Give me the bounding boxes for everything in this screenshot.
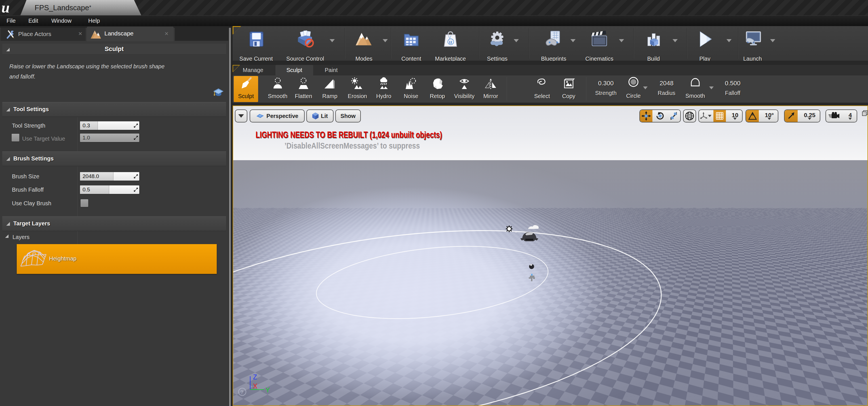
svg-text:u: u <box>449 39 452 45</box>
svg-text:Z: Z <box>253 373 257 381</box>
svg-text:X: X <box>253 382 257 390</box>
svg-text:?: ? <box>240 389 244 395</box>
svg-text:Y: Y <box>266 386 270 394</box>
svg-text:u: u <box>1 1 10 14</box>
